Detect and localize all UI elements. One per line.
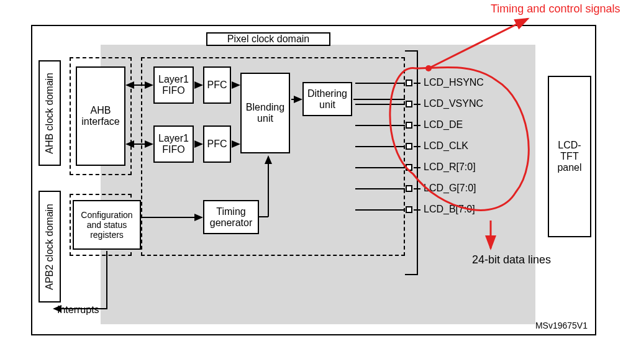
signal-b: LCD_B[7:0]	[424, 204, 475, 215]
pfc1-block: PFC	[203, 66, 231, 104]
ahb-clock-domain-label: AHB clock domain	[44, 73, 55, 154]
lcd-tft-panel-label: LCD-TFT panel	[551, 140, 588, 173]
config-registers-block: Configuration and status registers	[73, 200, 141, 250]
figure-id: MSv19675V1	[535, 321, 588, 330]
interrupts-label: Interrupts	[57, 304, 99, 316]
pad-g	[406, 185, 412, 192]
ahb-interface-block: AHB interface	[76, 66, 125, 166]
dithering-unit-block: Dithering unit	[302, 82, 352, 116]
signal-g: LCD_G[7:0]	[424, 183, 476, 194]
blending-unit-block: Blending unit	[240, 73, 290, 153]
pad-b	[406, 206, 412, 213]
signal-clk: LCD_CLK	[424, 140, 468, 152]
timing-generator-block: Timing generator	[203, 200, 259, 234]
signal-de: LCD_DE	[424, 119, 463, 130]
signal-vsync: LCD_VSYNC	[424, 98, 483, 109]
lcd-tft-panel-block: LCD-TFT panel	[548, 76, 591, 237]
pad-hsync	[406, 80, 412, 86]
config-registers-label: Configuration and status registers	[75, 210, 139, 240]
pad-vsync	[406, 101, 412, 107]
annotation-timing-control: Timing and control signals	[491, 2, 620, 16]
diagram-frame: Pixel clock domain AHB clock domain APB2…	[31, 25, 596, 335]
pad-clk	[406, 143, 412, 150]
annotation-data-lines: 24-bit data lines	[472, 253, 551, 266]
signal-r: LCD_R[7:0]	[424, 162, 476, 173]
signal-hsync: LCD_HSYNC	[424, 77, 484, 88]
apb-clock-domain-box: APB2 clock domain	[39, 191, 61, 303]
pixel-clock-title: Pixel clock domain	[206, 32, 330, 46]
apb-clock-domain-label: APB2 clock domain	[44, 204, 55, 290]
pfc1-label: PFC	[207, 80, 227, 91]
timing-generator-label: Timing generator	[206, 206, 257, 229]
layer1-fifo-label: Layer1 FIFO	[156, 74, 191, 96]
layer2-fifo-block: Layer1 FIFO	[153, 125, 194, 163]
pfc2-block: PFC	[203, 125, 231, 163]
dithering-unit-label: Dithering unit	[305, 88, 350, 111]
pad-r	[406, 164, 412, 171]
layer2-fifo-label: Layer1 FIFO	[156, 133, 191, 155]
ahb-clock-domain-box: AHB clock domain	[39, 60, 61, 166]
ahb-interface-label: AHB interface	[78, 105, 123, 127]
pfc2-label: PFC	[207, 139, 227, 150]
layer1-fifo-block: Layer1 FIFO	[153, 66, 194, 104]
blending-unit-label: Blending unit	[243, 102, 288, 124]
pad-de	[406, 122, 412, 129]
pixel-clock-title-text: Pixel clock domain	[227, 34, 310, 45]
